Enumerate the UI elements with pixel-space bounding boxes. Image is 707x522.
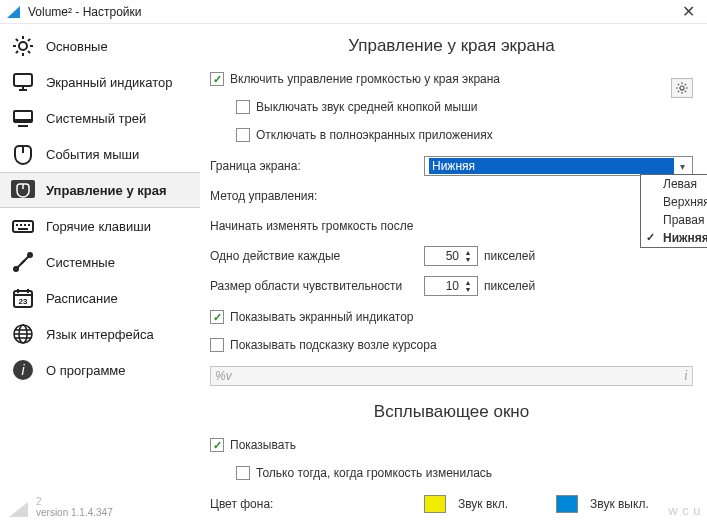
svg-point-1: [19, 42, 27, 50]
checkbox-label: Включить управление громкостью у края эк…: [230, 72, 500, 86]
checkbox-icon: [210, 310, 224, 324]
svg-rect-21: [20, 224, 22, 226]
checkbox-label: Показывать подсказку возле курсора: [230, 338, 437, 352]
svg-rect-10: [14, 74, 32, 86]
checkbox-label: Показывать: [230, 438, 296, 452]
spinner-down-icon[interactable]: ▼: [461, 286, 475, 293]
version-num: 2: [36, 497, 113, 507]
sidebar-item-tray[interactable]: Системный трей: [0, 100, 200, 136]
sidebar-item-schedule[interactable]: 23 Расписание: [0, 280, 200, 316]
sidebar-item-system[interactable]: Системные: [0, 244, 200, 280]
sidebar-item-label: О программе: [46, 363, 126, 378]
sidebar-item-osd[interactable]: Экранный индикатор: [0, 64, 200, 100]
calendar-icon: 23: [10, 285, 36, 311]
settings-gear-button[interactable]: [671, 78, 693, 98]
checkbox-icon: [236, 466, 250, 480]
sidebar-item-label: Основные: [46, 39, 108, 54]
bgcolor-label: Цвет фона:: [210, 497, 424, 511]
sidebar-item-label: Системный трей: [46, 111, 146, 126]
close-button[interactable]: ✕: [676, 0, 701, 23]
dropdown-option[interactable]: Правая: [641, 211, 707, 229]
content-panel: Управление у края экрана Включить управл…: [200, 24, 707, 522]
svg-point-39: [680, 86, 684, 90]
start-after-label: Начинать изменять громкость после: [210, 219, 424, 233]
sidebar-item-label: Язык интерфейса: [46, 327, 154, 342]
dropdown-option[interactable]: Верхняя: [641, 193, 707, 211]
color-swatch-on[interactable]: [424, 495, 446, 513]
checkbox-disable-fullscreen[interactable]: Отключать в полноэкранных приложениях: [236, 122, 693, 148]
chevron-down-icon: ▾: [674, 161, 690, 172]
sensitivity-label: Размер области чувствительности: [210, 279, 424, 293]
color-swatch-off[interactable]: [556, 495, 578, 513]
spinner-up-icon[interactable]: ▲: [461, 279, 475, 286]
tools-icon: [10, 249, 36, 275]
hint-format-input: %v i: [210, 366, 693, 386]
sidebar-item-language[interactable]: Язык интерфейса: [0, 316, 200, 352]
svg-line-6: [16, 39, 18, 41]
titlebar: Volume² - Настройки ✕: [0, 0, 707, 24]
sound-off-label: Звук выкл.: [590, 497, 649, 511]
sidebar-item-label: Экранный индикатор: [46, 75, 173, 90]
sidebar-item-label: Системные: [46, 255, 115, 270]
checkbox-mute-middle[interactable]: Выключать звук средней кнопкой мыши: [236, 94, 693, 120]
checkbox-popup-only-when[interactable]: Только тогда, когда громкость изменилась: [236, 460, 693, 486]
sidebar-item-label: Расписание: [46, 291, 118, 306]
check-icon: ✓: [646, 231, 655, 244]
checkbox-icon: [210, 338, 224, 352]
spinner-value: 10: [425, 279, 461, 293]
app-logo-icon: [8, 500, 30, 518]
app-logo-icon: [6, 4, 22, 20]
svg-line-45: [685, 91, 686, 92]
sidebar-item-label: События мыши: [46, 147, 139, 162]
spinner-value: 50: [425, 249, 461, 263]
svg-text:23: 23: [19, 297, 28, 306]
border-combobox[interactable]: Нижняя ▾: [424, 156, 693, 176]
one-action-spinner[interactable]: 50 ▲▼: [424, 246, 478, 266]
info-icon[interactable]: i: [684, 368, 688, 384]
checkbox-icon: [236, 128, 250, 142]
border-label: Граница экрана:: [210, 159, 424, 173]
border-dropdown-list[interactable]: Левая Верхняя Правая ✓Нижняя: [640, 174, 707, 248]
svg-line-46: [678, 91, 679, 92]
version-text: version 1.1.4.347: [36, 507, 113, 518]
checkbox-icon: [210, 72, 224, 86]
svg-line-47: [685, 84, 686, 85]
sidebar-item-label: Управление у края: [46, 183, 167, 198]
checkbox-label: Отключать в полноэкранных приложениях: [256, 128, 493, 142]
sidebar: Основные Экранный индикатор Системный тр…: [0, 24, 200, 522]
keyboard-icon: [10, 213, 36, 239]
checkbox-show-osd[interactable]: Показывать экранный индикатор: [210, 304, 693, 330]
spinner-down-icon[interactable]: ▼: [461, 256, 475, 263]
dropdown-option[interactable]: Левая: [641, 175, 707, 193]
sensitivity-spinner[interactable]: 10 ▲▼: [424, 276, 478, 296]
method-label: Метод управления:: [210, 189, 424, 203]
checkbox-show-hint[interactable]: Показывать подсказку возле курсора: [210, 332, 693, 358]
svg-line-44: [678, 84, 679, 85]
svg-marker-0: [7, 6, 20, 18]
sidebar-item-edge[interactable]: Управление у края: [0, 172, 200, 208]
checkbox-label: Выключать звук средней кнопкой мыши: [256, 100, 477, 114]
section-heading-popup: Всплывающее окно: [210, 402, 693, 422]
globe-icon: [10, 321, 36, 347]
svg-rect-22: [24, 224, 26, 226]
one-action-label: Одно действие каждые: [210, 249, 424, 263]
dropdown-option-selected[interactable]: ✓Нижняя: [641, 229, 707, 247]
sidebar-item-mouse[interactable]: События мыши: [0, 136, 200, 172]
monitor-icon: [10, 69, 36, 95]
svg-line-9: [28, 39, 30, 41]
checkbox-popup-show[interactable]: Показывать: [210, 432, 693, 458]
tray-icon: [10, 105, 36, 131]
svg-rect-23: [28, 224, 30, 226]
unit-label: пикселей: [484, 279, 535, 293]
spinner-up-icon[interactable]: ▲: [461, 249, 475, 256]
border-selected: Нижняя: [429, 158, 674, 174]
sidebar-item-hotkeys[interactable]: Горячие клавиши: [0, 208, 200, 244]
checkbox-icon: [236, 100, 250, 114]
checkbox-enable-edge[interactable]: Включить управление громкостью у края эк…: [210, 66, 693, 92]
sidebar-item-about[interactable]: i О программе: [0, 352, 200, 388]
sidebar-item-label: Горячие клавиши: [46, 219, 151, 234]
checkbox-label: Только тогда, когда громкость изменилась: [256, 466, 492, 480]
svg-rect-19: [13, 221, 33, 232]
sidebar-item-main[interactable]: Основные: [0, 28, 200, 64]
gear-icon: [10, 33, 36, 59]
